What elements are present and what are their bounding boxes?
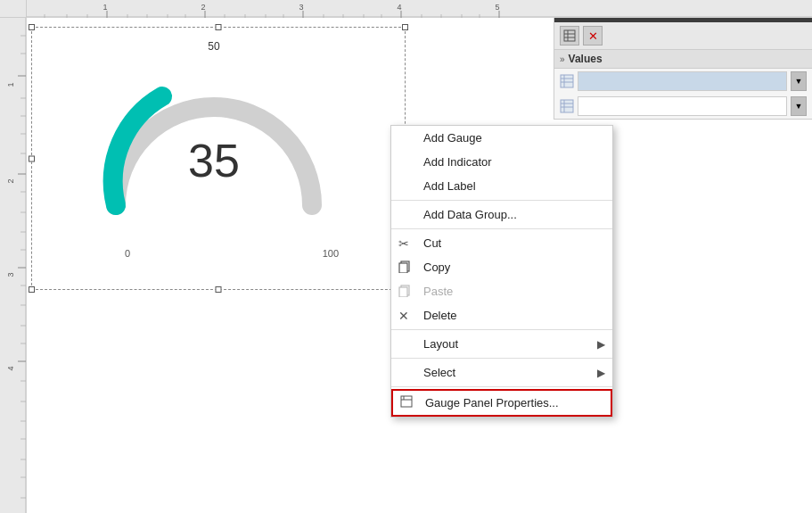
- value-row-2: ▼: [554, 94, 812, 119]
- select-label: Select: [423, 366, 455, 379]
- menu-item-copy[interactable]: Copy: [391, 255, 612, 279]
- menu-separator-1: [391, 200, 612, 201]
- handle-bottom-mid[interactable]: [216, 286, 222, 293]
- gauge-data-title: Gauge Data: [562, 4, 624, 18]
- gauge-data-toolbar: ✕: [554, 22, 812, 50]
- layout-arrow-icon: ▶: [597, 338, 605, 351]
- menu-item-add-indicator[interactable]: Add Indicator: [391, 150, 612, 174]
- handle-top-mid[interactable]: [216, 24, 222, 30]
- add-indicator-label: Add Indicator: [423, 155, 492, 169]
- toolbar-delete-button[interactable]: ✕: [583, 26, 603, 46]
- ruler-corner: [0, 0, 27, 18]
- cut-icon: ✂: [398, 236, 409, 251]
- gauge-value: 35: [188, 134, 240, 187]
- gauge-top-label: 50: [208, 40, 219, 53]
- add-label-label: Add Label: [423, 179, 476, 193]
- menu-item-paste[interactable]: Paste: [391, 279, 612, 303]
- value-dropdown-2[interactable]: ▼: [791, 96, 807, 116]
- gauge-panel-props-label: Gauge Panel Properties...: [425, 396, 559, 410]
- values-section: » Values: [554, 50, 812, 69]
- menu-item-add-data-group[interactable]: Add Data Group...: [391, 203, 612, 227]
- copy-svg-icon: [398, 261, 411, 273]
- value-row-icon-2: [560, 99, 574, 113]
- value-row-1: ▼: [554, 69, 812, 94]
- menu-item-add-label[interactable]: Add Label: [391, 174, 612, 198]
- handle-bottom-left[interactable]: [29, 286, 35, 293]
- delete-icon: ✕: [398, 309, 409, 323]
- paste-label: Paste: [423, 285, 453, 298]
- menu-item-gauge-panel-props[interactable]: Gauge Panel Properties...: [391, 389, 612, 417]
- gauge-container: 50 35 0 100: [45, 36, 383, 285]
- paste-svg-icon: [398, 285, 411, 297]
- menu-separator-4: [391, 358, 612, 359]
- props-svg-icon: [400, 395, 413, 408]
- add-data-group-label: Add Data Group...: [423, 208, 517, 221]
- values-label: Values: [569, 53, 603, 65]
- menu-item-cut[interactable]: ✂ Cut: [391, 231, 612, 255]
- menu-item-add-gauge[interactable]: Add Gauge: [391, 126, 612, 150]
- copy-label: Copy: [423, 261, 450, 274]
- toolbar-add-button[interactable]: [560, 26, 579, 46]
- menu-separator-2: [391, 228, 612, 229]
- select-arrow-icon: ▶: [597, 367, 605, 379]
- menu-item-delete[interactable]: ✕ Delete: [391, 303, 612, 327]
- svg-rect-9: [561, 100, 573, 112]
- handle-mid-left[interactable]: [29, 155, 35, 161]
- gauge-panel-props-icon: [400, 395, 413, 410]
- value-row-icon-1: [560, 74, 574, 88]
- svg-rect-16: [399, 287, 407, 297]
- paste-icon: [398, 285, 411, 299]
- value-dropdown-1[interactable]: ▼: [791, 71, 807, 91]
- gauge-min-label: 0: [125, 248, 130, 259]
- gauge-data-header: Gauge Data: [554, 0, 812, 22]
- menu-item-select[interactable]: Select ▶: [391, 360, 612, 385]
- svg-rect-5: [561, 75, 573, 87]
- values-expand-icon: »: [560, 54, 565, 64]
- ruler-left: [0, 18, 27, 513]
- layout-label: Layout: [423, 337, 458, 351]
- value-input-1[interactable]: [578, 71, 787, 91]
- copy-icon: [398, 261, 411, 275]
- handle-top-right[interactable]: [402, 24, 408, 30]
- handle-top-left[interactable]: [29, 24, 35, 30]
- menu-separator-3: [391, 329, 612, 330]
- menu-separator-5: [391, 386, 612, 387]
- svg-rect-1: [564, 30, 575, 41]
- cut-label: Cut: [423, 236, 441, 250]
- svg-rect-17: [401, 396, 412, 407]
- delete-label: Delete: [423, 309, 457, 322]
- context-menu: Add Gauge Add Indicator Add Label Add Da…: [390, 125, 613, 418]
- table-icon: [563, 29, 576, 42]
- add-gauge-label: Add Gauge: [423, 131, 482, 145]
- menu-item-layout[interactable]: Layout ▶: [391, 332, 612, 356]
- value-input-2[interactable]: [578, 96, 787, 116]
- gauge-max-label: 100: [323, 248, 339, 259]
- gauge-data-panel: Gauge Data ✕ » Values ▼: [554, 0, 812, 120]
- svg-rect-14: [399, 263, 407, 273]
